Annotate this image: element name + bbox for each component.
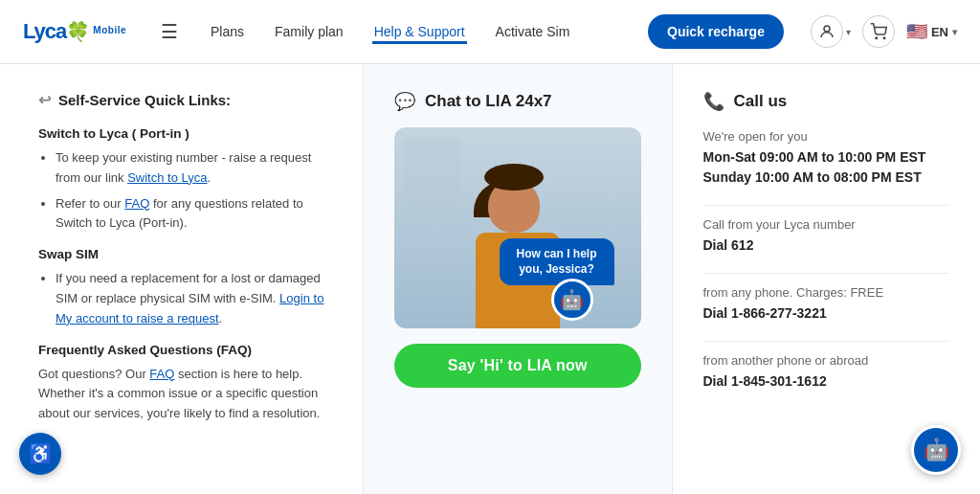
switch-list-item-2: Refer to our FAQ for any questions relat… (56, 194, 336, 235)
lyca-number-label: Call from your Lyca number (703, 217, 950, 232)
account-icon[interactable] (811, 15, 843, 48)
faq-heading: Frequently Asked Questions (FAQ) (38, 343, 336, 357)
divider-3 (703, 341, 950, 342)
any-phone-label: from any phone. Charges: FREE (703, 285, 950, 300)
left-panel: ↩ Self-Service Quick Links: Switch to Ly… (0, 64, 364, 494)
call-header: 📞 Call us (703, 91, 950, 112)
accessibility-icon: ♿ (29, 442, 53, 465)
hamburger-icon[interactable]: ☰ (161, 20, 178, 43)
switch-list-item-1: To keep your existing number - raise a r… (56, 148, 336, 189)
lyca-dial-number: Dial 612 (703, 236, 950, 256)
flag-icon: 🇺🇸 (906, 21, 927, 42)
swap-list-item: If you need a replacement for a lost or … (56, 269, 336, 328)
svg-point-2 (883, 37, 885, 39)
lang-chevron-icon: ▾ (952, 27, 957, 37)
any-phone-section: from any phone. Charges: FREE Dial 1-866… (703, 285, 950, 324)
main-content: ↩ Self-Service Quick Links: Switch to Ly… (0, 64, 980, 494)
svg-point-1 (876, 37, 878, 39)
divider-1 (703, 205, 950, 206)
bot-face-icon: 🤖 (560, 288, 584, 311)
logo-leaf-icon: 🍀 (66, 21, 89, 42)
logo: Lyca🍀 Mobile (23, 21, 126, 42)
switch-heading: Switch to Lyca ( Port-in ) (38, 126, 336, 141)
self-service-title: ↩ Self-Service Quick Links: (38, 91, 336, 109)
nav-activate-sim[interactable]: Activate Sim (494, 20, 572, 43)
nav-icons: ▾ 🇺🇸 EN ▾ (811, 15, 957, 48)
lia-bot-icon: 🤖 (551, 279, 593, 321)
nav-help-support[interactable]: Help & Support (372, 20, 467, 44)
switch-list: To keep your existing number - raise a r… (38, 148, 336, 234)
abroad-section: from another phone or abroad Dial 1-845-… (703, 353, 950, 392)
abroad-number: Dial 1-845-301-1612 (703, 371, 950, 392)
bg-shelf-decor (404, 137, 461, 213)
accessibility-button[interactable]: ♿ (19, 433, 61, 475)
svg-point-0 (824, 26, 830, 32)
refresh-icon: ↩ (38, 91, 51, 109)
say-hi-button[interactable]: Say 'Hi' to LIA now (394, 344, 641, 388)
account-chevron-icon: ▾ (846, 27, 851, 37)
account-icon-group[interactable]: ▾ (811, 15, 851, 48)
weekday-hours: Mon-Sat 09:00 AM to 10:00 PM EST (703, 147, 950, 168)
curly-hair-top (484, 164, 544, 191)
person-head-area (476, 179, 552, 233)
switch-faq-link[interactable]: FAQ (124, 196, 149, 211)
mid-panel: 💬 Chat to LIA 24x7 (364, 64, 673, 494)
phone-icon: 📞 (703, 91, 724, 112)
faq-link[interactable]: FAQ (149, 367, 174, 381)
lang-text: EN (931, 25, 948, 39)
chat-bubble-icon: 💬 (394, 91, 415, 112)
nav-plans[interactable]: Plans (209, 20, 246, 43)
abroad-label: from another phone or abroad (703, 353, 950, 368)
self-service-title-text: Self-Service Quick Links: (58, 92, 231, 108)
divider-2 (703, 273, 950, 274)
switch-bullet2-pre: Refer to our (56, 196, 122, 211)
lang-selector[interactable]: 🇺🇸 EN ▾ (906, 21, 957, 42)
any-phone-number: Dial 1-866-277-3221 (703, 303, 950, 324)
lia-robot-icon: 🤖 (924, 438, 949, 462)
swap-sim-heading: Swap SIM (38, 247, 336, 261)
cart-icon[interactable] (862, 15, 895, 48)
logo-text: Lyca🍀 (23, 21, 89, 42)
open-label: We're open for you (703, 129, 950, 144)
open-hours-section: We're open for you Mon-Sat 09:00 AM to 1… (703, 129, 950, 188)
lia-chat-bubble: How can I help you, Jessica? (500, 238, 614, 286)
lia-chat-button[interactable]: 🤖 (911, 425, 961, 475)
navbar: Lyca🍀 Mobile ☰ Plans Family plan Help & … (0, 0, 980, 64)
logo-mobile-text: Mobile (93, 25, 126, 35)
chat-header: 💬 Chat to LIA 24x7 (394, 91, 552, 112)
switch-to-lyca-link[interactable]: Switch to Lyca (127, 170, 207, 185)
swap-list: If you need a replacement for a lost or … (38, 269, 336, 328)
cart-icon-group[interactable] (862, 15, 895, 48)
nav-family-plan[interactable]: Family plan (273, 20, 345, 43)
faq-text-pre: Got questions? Our (38, 367, 146, 381)
quick-recharge-button[interactable]: Quick recharge (648, 14, 784, 49)
sunday-hours: Sunday 10:00 AM to 08:00 PM EST (703, 168, 950, 188)
chat-image: How can I help you, Jessica? 🤖 (394, 127, 641, 328)
faq-text: Got questions? Our FAQ section is here t… (38, 365, 336, 424)
head-shape (488, 179, 540, 233)
chat-title-text: Chat to LIA 24x7 (425, 92, 552, 111)
lyca-number-section: Call from your Lyca number Dial 612 (703, 217, 950, 256)
call-title-text: Call us (734, 92, 788, 111)
person-image: How can I help you, Jessica? 🤖 (394, 127, 641, 328)
